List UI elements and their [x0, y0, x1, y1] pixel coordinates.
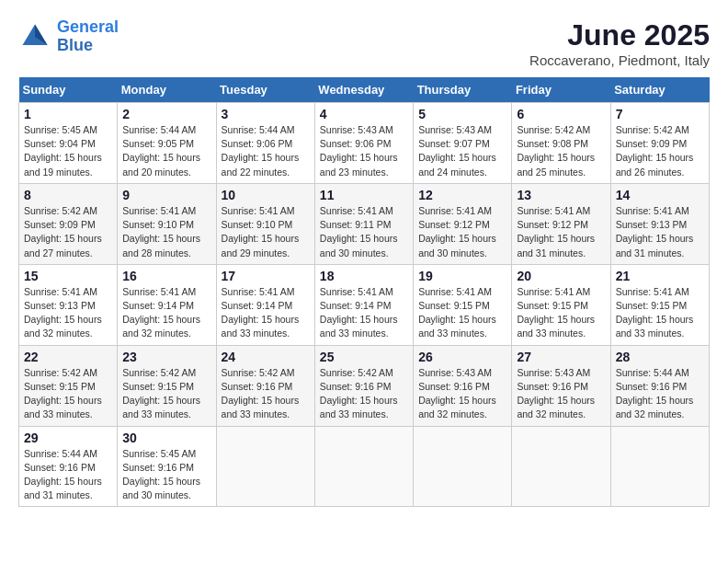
table-row: 14 Sunrise: 5:41 AMSunset: 9:13 PMDaylig…: [610, 183, 709, 264]
day-detail: Sunrise: 5:42 AMSunset: 9:08 PMDaylight:…: [517, 124, 595, 178]
day-number: 16: [122, 269, 210, 283]
day-detail: Sunrise: 5:42 AMSunset: 9:09 PMDaylight:…: [24, 205, 102, 259]
table-row: 6 Sunrise: 5:42 AMSunset: 9:08 PMDayligh…: [512, 103, 610, 184]
day-detail: Sunrise: 5:42 AMSunset: 9:09 PMDaylight:…: [616, 124, 694, 178]
day-detail: Sunrise: 5:41 AMSunset: 9:10 PMDaylight:…: [222, 205, 300, 259]
day-number: 5: [418, 107, 506, 121]
day-number: 1: [24, 107, 112, 121]
table-row: 8 Sunrise: 5:42 AMSunset: 9:09 PMDayligh…: [19, 183, 118, 264]
table-row: 13 Sunrise: 5:41 AMSunset: 9:12 PMDaylig…: [512, 183, 610, 264]
day-number: 3: [222, 107, 310, 121]
table-row: 11 Sunrise: 5:41 AMSunset: 9:11 PMDaylig…: [314, 183, 413, 264]
day-number: 11: [320, 188, 408, 202]
table-row: 19 Sunrise: 5:41 AMSunset: 9:15 PMDaylig…: [414, 264, 512, 345]
day-number: 7: [616, 107, 704, 121]
table-row: 15 Sunrise: 5:41 AMSunset: 9:13 PMDaylig…: [19, 264, 118, 345]
day-detail: Sunrise: 5:44 AMSunset: 9:16 PMDaylight:…: [616, 367, 694, 420]
day-number: 22: [24, 350, 112, 364]
day-detail: Sunrise: 5:43 AMSunset: 9:16 PMDaylight:…: [517, 367, 595, 420]
weekday-header-wednesday: Wednesday: [314, 77, 413, 103]
day-detail: Sunrise: 5:41 AMSunset: 9:12 PMDaylight:…: [418, 205, 496, 259]
table-row: 20 Sunrise: 5:41 AMSunset: 9:15 PMDaylig…: [512, 264, 610, 345]
weekday-header-monday: Monday: [118, 77, 216, 103]
day-detail: Sunrise: 5:41 AMSunset: 9:14 PMDaylight:…: [222, 286, 300, 339]
table-row: 3 Sunrise: 5:44 AMSunset: 9:06 PMDayligh…: [216, 103, 314, 184]
table-row: 18 Sunrise: 5:41 AMSunset: 9:14 PMDaylig…: [314, 264, 413, 345]
day-detail: Sunrise: 5:41 AMSunset: 9:15 PMDaylight:…: [517, 286, 595, 339]
table-row: 4 Sunrise: 5:43 AMSunset: 9:06 PMDayligh…: [314, 103, 413, 184]
day-number: 24: [222, 350, 310, 364]
logo-blue: Blue: [57, 36, 93, 54]
day-number: 25: [320, 350, 408, 364]
calendar-subtitle: Roccaverano, Piedmont, Italy: [529, 52, 710, 68]
day-detail: Sunrise: 5:41 AMSunset: 9:13 PMDaylight:…: [616, 205, 694, 259]
table-row: 1 Sunrise: 5:45 AMSunset: 9:04 PMDayligh…: [19, 103, 118, 184]
day-detail: Sunrise: 5:41 AMSunset: 9:10 PMDaylight:…: [122, 205, 200, 259]
table-row: 21 Sunrise: 5:41 AMSunset: 9:15 PMDaylig…: [610, 264, 709, 345]
day-number: 26: [418, 350, 506, 364]
day-number: 30: [122, 431, 210, 445]
day-number: 28: [616, 350, 704, 364]
table-row: 5 Sunrise: 5:43 AMSunset: 9:07 PMDayligh…: [414, 103, 512, 184]
day-number: 29: [24, 431, 112, 445]
day-detail: Sunrise: 5:41 AMSunset: 9:15 PMDaylight:…: [418, 286, 496, 339]
day-detail: Sunrise: 5:42 AMSunset: 9:15 PMDaylight:…: [122, 367, 200, 420]
table-row: 24 Sunrise: 5:42 AMSunset: 9:16 PMDaylig…: [216, 345, 314, 426]
day-detail: Sunrise: 5:43 AMSunset: 9:16 PMDaylight:…: [418, 367, 496, 420]
table-row: [512, 426, 610, 507]
day-number: 10: [222, 188, 310, 202]
day-number: 2: [122, 107, 210, 121]
day-detail: Sunrise: 5:43 AMSunset: 9:06 PMDaylight:…: [320, 124, 398, 178]
day-number: 17: [222, 269, 310, 283]
day-detail: Sunrise: 5:44 AMSunset: 9:05 PMDaylight:…: [122, 124, 200, 178]
day-number: 13: [517, 188, 605, 202]
day-detail: Sunrise: 5:42 AMSunset: 9:16 PMDaylight:…: [320, 367, 398, 420]
table-row: 27 Sunrise: 5:43 AMSunset: 9:16 PMDaylig…: [512, 345, 610, 426]
day-number: 20: [517, 269, 605, 283]
day-number: 14: [616, 188, 704, 202]
logo-icon: [18, 20, 51, 53]
day-number: 19: [418, 269, 506, 283]
table-row: 30 Sunrise: 5:45 AMSunset: 9:16 PMDaylig…: [118, 426, 216, 507]
calendar-title: June 2025: [529, 18, 710, 52]
table-row: 22 Sunrise: 5:42 AMSunset: 9:15 PMDaylig…: [19, 345, 118, 426]
logo: General Blue: [18, 18, 119, 55]
table-row: [610, 426, 709, 507]
weekday-header-tuesday: Tuesday: [216, 77, 314, 103]
table-row: 7 Sunrise: 5:42 AMSunset: 9:09 PMDayligh…: [610, 103, 709, 184]
day-detail: Sunrise: 5:41 AMSunset: 9:14 PMDaylight:…: [122, 286, 200, 339]
day-number: 15: [24, 269, 112, 283]
logo-general: General: [57, 17, 119, 36]
day-detail: Sunrise: 5:41 AMSunset: 9:12 PMDaylight:…: [517, 205, 595, 259]
weekday-header-thursday: Thursday: [414, 77, 512, 103]
day-detail: Sunrise: 5:43 AMSunset: 9:07 PMDaylight:…: [418, 124, 496, 178]
day-detail: Sunrise: 5:44 AMSunset: 9:16 PMDaylight:…: [24, 448, 102, 501]
table-row: [414, 426, 512, 507]
header: General Blue June 2025 Roccaverano, Pied…: [18, 18, 710, 68]
table-row: 23 Sunrise: 5:42 AMSunset: 9:15 PMDaylig…: [118, 345, 216, 426]
day-detail: Sunrise: 5:45 AMSunset: 9:16 PMDaylight:…: [122, 448, 200, 501]
table-row: 28 Sunrise: 5:44 AMSunset: 9:16 PMDaylig…: [610, 345, 709, 426]
calendar-table: SundayMondayTuesdayWednesdayThursdayFrid…: [18, 77, 710, 507]
day-number: 23: [122, 350, 210, 364]
table-row: [314, 426, 413, 507]
day-number: 27: [517, 350, 605, 364]
table-row: 17 Sunrise: 5:41 AMSunset: 9:14 PMDaylig…: [216, 264, 314, 345]
day-detail: Sunrise: 5:41 AMSunset: 9:13 PMDaylight:…: [24, 286, 102, 339]
day-detail: Sunrise: 5:42 AMSunset: 9:15 PMDaylight:…: [24, 367, 102, 420]
table-row: 26 Sunrise: 5:43 AMSunset: 9:16 PMDaylig…: [414, 345, 512, 426]
table-row: 16 Sunrise: 5:41 AMSunset: 9:14 PMDaylig…: [118, 264, 216, 345]
weekday-header-saturday: Saturday: [610, 77, 709, 103]
day-number: 6: [517, 107, 605, 121]
day-detail: Sunrise: 5:42 AMSunset: 9:16 PMDaylight:…: [222, 367, 300, 420]
weekday-header-friday: Friday: [512, 77, 610, 103]
table-row: 25 Sunrise: 5:42 AMSunset: 9:16 PMDaylig…: [314, 345, 413, 426]
day-detail: Sunrise: 5:41 AMSunset: 9:11 PMDaylight:…: [320, 205, 398, 259]
day-number: 8: [24, 188, 112, 202]
day-number: 18: [320, 269, 408, 283]
title-area: June 2025 Roccaverano, Piedmont, Italy: [529, 18, 710, 68]
table-row: 9 Sunrise: 5:41 AMSunset: 9:10 PMDayligh…: [118, 183, 216, 264]
table-row: 12 Sunrise: 5:41 AMSunset: 9:12 PMDaylig…: [414, 183, 512, 264]
day-detail: Sunrise: 5:41 AMSunset: 9:14 PMDaylight:…: [320, 286, 398, 339]
table-row: 29 Sunrise: 5:44 AMSunset: 9:16 PMDaylig…: [19, 426, 118, 507]
